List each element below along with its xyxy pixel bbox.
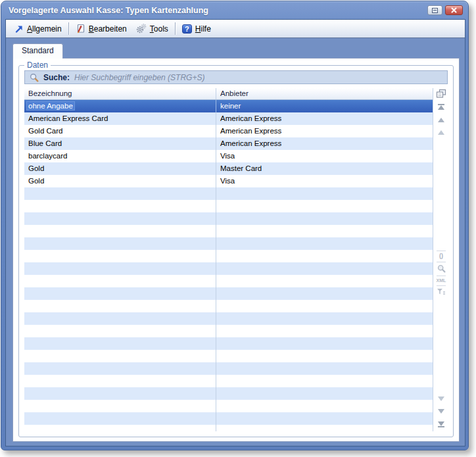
table-cell[interactable]: Master Card [216, 162, 433, 175]
table-cell[interactable] [24, 212, 216, 225]
table-cell[interactable] [216, 187, 433, 200]
table-row[interactable] [24, 187, 433, 200]
table-cell[interactable] [24, 387, 216, 400]
table-cell[interactable] [24, 337, 216, 350]
table-cell[interactable] [216, 212, 433, 225]
table-cell[interactable] [216, 237, 433, 250]
table-cell[interactable] [216, 325, 433, 337]
table-row[interactable] [24, 212, 433, 225]
table-row[interactable]: Blue CardAmerican Express [24, 137, 433, 150]
restore-button[interactable] [427, 5, 442, 15]
table-cell[interactable]: barclaycard [24, 150, 216, 162]
table-cell[interactable] [24, 187, 216, 200]
table-row[interactable] [24, 387, 433, 400]
menu-bearbeiten[interactable]: Bearbeiten [71, 22, 131, 36]
tab-standard[interactable]: Standard [12, 43, 63, 59]
table-row[interactable] [24, 237, 433, 250]
go-first-button[interactable] [438, 104, 444, 110]
table-row[interactable]: American Express CardAmerican Express [24, 112, 433, 125]
table-cell[interactable] [24, 250, 216, 262]
row-up-icon[interactable] [438, 130, 444, 135]
table-row[interactable] [24, 312, 433, 325]
table-cell[interactable]: Visa [216, 175, 433, 187]
table-cell[interactable] [24, 425, 216, 431]
table-cell[interactable] [216, 350, 433, 362]
parentheses-icon[interactable]: () [439, 253, 443, 259]
table-cell[interactable]: Gold Card [24, 125, 216, 137]
menu-allgemein[interactable]: Allgemein [10, 22, 66, 36]
table-row[interactable] [24, 262, 433, 275]
table-row[interactable]: Gold CardAmerican Express [24, 125, 433, 137]
filter-icon[interactable] [437, 288, 446, 295]
table-row[interactable] [24, 350, 433, 362]
column-header-anbieter[interactable]: Anbieter [216, 88, 433, 99]
table-cell[interactable] [216, 412, 433, 425]
table-cell[interactable] [24, 225, 216, 237]
page-up-icon[interactable] [438, 118, 444, 122]
table-cell[interactable]: ohne Angabe [24, 100, 216, 112]
table-row[interactable] [24, 225, 433, 237]
table-cell[interactable] [216, 425, 433, 431]
page-down-icon[interactable] [438, 409, 444, 414]
close-button[interactable] [445, 5, 463, 15]
table-row[interactable] [24, 412, 433, 425]
table-row[interactable] [24, 375, 433, 387]
table-cell[interactable] [216, 337, 433, 350]
table-cell[interactable] [24, 400, 216, 412]
table-cell[interactable]: American Express [216, 137, 433, 150]
table-row[interactable]: ohne Angabekeiner [24, 100, 433, 112]
table-cell[interactable] [216, 225, 433, 237]
table-cell[interactable] [216, 287, 433, 300]
table-row[interactable] [24, 275, 433, 287]
table-row[interactable] [24, 425, 433, 431]
table-row[interactable] [24, 325, 433, 337]
table-cell[interactable]: Gold [24, 175, 216, 187]
table-row[interactable] [24, 337, 433, 350]
table-cell[interactable] [216, 250, 433, 262]
table-cell[interactable] [216, 375, 433, 387]
table-cell[interactable] [24, 325, 216, 337]
go-last-button[interactable] [438, 421, 444, 427]
table-cell[interactable] [216, 300, 433, 312]
table-row[interactable] [24, 362, 433, 375]
table-row[interactable] [24, 250, 433, 262]
table-cell[interactable] [24, 362, 216, 375]
titlebar[interactable]: Vorgelagerte Auswahl Kasse: Typen Karten… [1, 1, 468, 19]
row-down-icon[interactable] [438, 397, 444, 401]
menu-tools[interactable]: Tools [131, 22, 173, 36]
table-cell[interactable] [24, 312, 216, 325]
table-row[interactable]: GoldVisa [24, 175, 433, 187]
table-cell[interactable] [24, 200, 216, 212]
table-row[interactable] [24, 400, 433, 412]
table-row[interactable]: barclaycardVisa [24, 150, 433, 162]
column-chooser-icon[interactable] [436, 89, 446, 99]
table-cell[interactable] [216, 200, 433, 212]
table-row[interactable] [24, 287, 433, 300]
table-cell[interactable] [24, 275, 216, 287]
table-row[interactable]: GoldMaster Card [24, 162, 433, 175]
table-cell[interactable] [24, 237, 216, 250]
table-cell[interactable]: Blue Card [24, 137, 216, 150]
table-cell[interactable]: American Express [216, 125, 433, 137]
table-cell[interactable] [24, 350, 216, 362]
table-row[interactable] [24, 300, 433, 312]
table-cell[interactable] [216, 275, 433, 287]
table-cell[interactable] [216, 312, 433, 325]
table-cell[interactable] [216, 387, 433, 400]
menu-hilfe[interactable]: ? Hilfe [178, 22, 216, 36]
search-input-placeholder[interactable]: Hier Suchbegriff eingeben (STRG+S) [74, 73, 204, 82]
table-cell[interactable]: American Express Card [24, 112, 216, 125]
search-bar[interactable]: Suche: Hier Suchbegriff eingeben (STRG+S… [24, 70, 448, 84]
table-cell[interactable]: Gold [24, 162, 216, 175]
column-header-bezeichnung[interactable]: Bezeichnung [24, 88, 216, 99]
table-cell[interactable] [216, 362, 433, 375]
table-cell[interactable] [24, 412, 216, 425]
zoom-icon[interactable] [437, 264, 446, 273]
table-cell[interactable] [24, 375, 216, 387]
table-cell[interactable] [24, 287, 216, 300]
xml-icon[interactable]: XML [437, 278, 446, 283]
table-row[interactable] [24, 200, 433, 212]
table-cell[interactable]: keiner [216, 100, 433, 112]
table-cell[interactable]: American Express [216, 112, 433, 125]
table-cell[interactable] [24, 262, 216, 275]
